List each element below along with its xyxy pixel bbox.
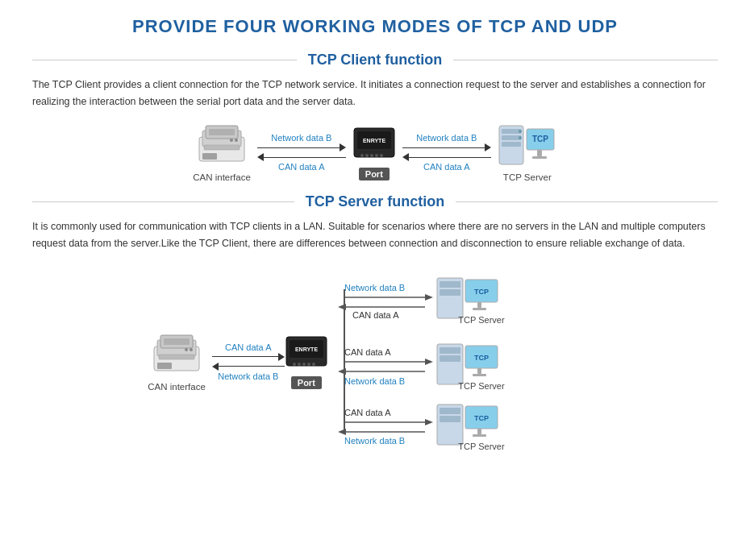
svg-text:Network data B: Network data B: [344, 283, 405, 292]
arrow1-top-text: Network data B: [271, 133, 331, 143]
svg-point-12: [365, 154, 369, 157]
arrow2-top-text: Network data B: [416, 133, 477, 143]
svg-rect-83: [473, 434, 486, 437]
can-device2-item: CAN interface: [148, 332, 206, 392]
port2-label: Port: [291, 376, 322, 389]
arrow2-bot-text: CAN data A: [423, 162, 469, 172]
arrow2-bar: [402, 147, 485, 149]
svg-rect-68: [477, 368, 481, 374]
svg-rect-50: [440, 281, 460, 288]
svg-rect-24: [537, 150, 542, 156]
gateway-icon: ENRYTE: [352, 125, 396, 165]
tcp-server-diagram: CAN interface CAN data A Network data B: [32, 265, 718, 458]
svg-text:TCP Server: TCP Server: [458, 315, 505, 325]
svg-marker-47: [338, 304, 346, 310]
svg-rect-51: [440, 289, 460, 296]
svg-point-13: [370, 154, 373, 157]
tcp-server-icon: TCP: [498, 122, 557, 169]
svg-marker-58: [425, 359, 433, 365]
svg-rect-25: [532, 156, 547, 159]
tcp-server-label: TCP Server: [503, 172, 552, 182]
svg-rect-4: [204, 145, 240, 150]
section1-title: TCP Client function: [308, 52, 443, 68]
svg-rect-29: [164, 338, 190, 345]
svg-text:TCP Server: TCP Server: [458, 381, 505, 391]
svg-text:TCP: TCP: [532, 135, 548, 143]
svg-rect-7: [202, 153, 217, 160]
arrow1-bot-text: CAN data A: [278, 162, 324, 172]
svg-rect-3: [209, 129, 235, 135]
svg-rect-33: [157, 363, 172, 369]
section2-desc: It is commonly used for communication wi…: [32, 218, 718, 251]
arrowl-head-left: [212, 363, 219, 371]
arrow1-bar: [257, 147, 340, 149]
divider2-line-left: [32, 201, 294, 202]
svg-rect-55: [473, 308, 486, 310]
svg-point-41: [312, 363, 315, 366]
svg-point-31: [190, 348, 193, 351]
arrow1-block: Network data B CAN data A: [257, 133, 346, 172]
svg-text:CAN data A: CAN data A: [344, 408, 391, 417]
svg-point-14: [375, 154, 378, 157]
arrow2-block: Network data B CAN data A: [402, 133, 491, 172]
svg-point-39: [302, 363, 306, 366]
svg-text:Network data B: Network data B: [344, 436, 405, 446]
svg-point-38: [298, 363, 301, 366]
svg-text:TCP Server: TCP Server: [458, 442, 505, 451]
svg-point-5: [235, 139, 238, 142]
tcp-server-item: TCP TCP Server: [498, 122, 557, 182]
arrow1-bar2: [264, 157, 346, 159]
gateway2-icon: ENRYTE: [285, 334, 328, 374]
svg-point-37: [293, 363, 296, 366]
svg-text:ENRYTE: ENRYTE: [363, 138, 385, 143]
gateway-item: ENRYTE Port: [352, 125, 396, 180]
arrow1-right-line: [257, 143, 346, 151]
arrow-left-block: CAN data A Network data B: [212, 342, 285, 381]
svg-text:ENRYTE: ENRYTE: [295, 346, 318, 352]
gateway2-item: ENRYTE Port: [285, 334, 328, 389]
tcp-client-diagram: CAN interface Network data B CAN data A …: [32, 122, 718, 182]
svg-rect-30: [159, 355, 194, 359]
can-device-label: CAN interface: [193, 172, 251, 182]
arrow-left-bot: Network data B: [218, 371, 278, 381]
svg-marker-75: [338, 429, 346, 435]
arrow2-right-line: [402, 143, 491, 151]
arrow2-left-line: [402, 153, 491, 161]
svg-point-32: [185, 348, 188, 351]
can-device2-label: CAN interface: [148, 382, 206, 392]
svg-rect-64: [440, 347, 460, 354]
main-title: PROVIDE FOUR WORKING MODES OF TCP AND UD…: [32, 16, 718, 37]
svg-text:CAN data A: CAN data A: [344, 347, 391, 357]
arrow1-left-line: [257, 153, 346, 161]
svg-point-21: [519, 136, 522, 139]
arrow2-head: [485, 143, 491, 151]
svg-rect-69: [473, 374, 486, 376]
svg-text:TCP: TCP: [474, 354, 489, 362]
svg-rect-18: [502, 135, 521, 140]
section2-title: TCP Server function: [306, 193, 445, 210]
svg-marker-61: [338, 368, 346, 375]
can-device2-icon: [151, 332, 202, 379]
svg-text:TCP: TCP: [474, 414, 489, 422]
arrow2-bar2: [409, 157, 491, 159]
divider-line-right: [453, 60, 718, 60]
svg-rect-65: [440, 355, 460, 362]
arrowl-bar: [212, 356, 278, 358]
arrow-left-left: [212, 363, 285, 371]
section1-desc: The TCP Client provides a client connect…: [32, 77, 718, 110]
port-label: Port: [359, 168, 390, 180]
arrow1-head: [340, 143, 346, 151]
svg-point-15: [380, 154, 383, 157]
svg-marker-44: [425, 294, 433, 301]
svg-rect-17: [502, 129, 521, 134]
divider-line-left: [32, 60, 297, 60]
svg-text:CAN data A: CAN data A: [352, 310, 399, 320]
svg-point-11: [360, 154, 364, 157]
can-device-icon: [196, 122, 248, 169]
fan-connections-svg: Network data B CAN data A TCP TCP Server…: [328, 265, 602, 458]
arrowl-bar2: [219, 366, 285, 367]
section1-divider: TCP Client function: [32, 52, 718, 68]
svg-point-40: [307, 363, 310, 366]
svg-text:Network data B: Network data B: [344, 376, 405, 386]
arrow-left-right: [212, 353, 285, 361]
